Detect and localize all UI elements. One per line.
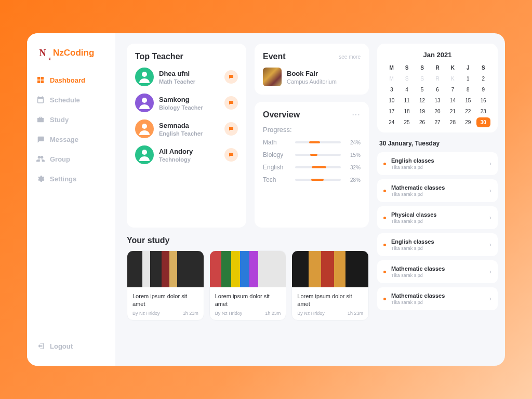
sidebar-item-schedule[interactable]: Schedule bbox=[31, 90, 111, 109]
calendar-day[interactable]: 6 bbox=[430, 85, 444, 95]
study-title: Lorem ipsum dolor sit amet bbox=[215, 292, 281, 308]
study-author: By Nz Hridoy bbox=[215, 311, 243, 316]
agenda-item[interactable]: Mathematic classesTika sarak s.pd› bbox=[377, 260, 498, 283]
chat-button[interactable] bbox=[224, 70, 238, 84]
avatar bbox=[135, 94, 154, 112]
app-window: N NzCoding DashboardScheduleStudyMessage… bbox=[27, 33, 505, 366]
progress-row: English32% bbox=[263, 164, 361, 171]
calendar-day[interactable]: 25 bbox=[400, 117, 414, 127]
calendar-day[interactable]: 11 bbox=[400, 96, 414, 105]
study-title: Lorem ipsum dolor sit amet bbox=[132, 292, 198, 308]
calendar-day[interactable]: 1 bbox=[461, 74, 475, 84]
calendar-day[interactable]: 23 bbox=[476, 107, 490, 116]
calendar-day[interactable]: 17 bbox=[384, 107, 398, 116]
calendar-day[interactable]: 10 bbox=[384, 96, 398, 105]
calendar-day[interactable]: 3 bbox=[384, 85, 398, 95]
chevron-right-icon: › bbox=[489, 268, 491, 275]
brand-name: NzCoding bbox=[53, 48, 94, 58]
calendar-day[interactable]: 21 bbox=[446, 107, 460, 116]
chat-button[interactable] bbox=[224, 122, 238, 136]
calendar-day[interactable]: 12 bbox=[415, 96, 429, 105]
logo: N NzCoding bbox=[27, 46, 115, 71]
study-card[interactable]: Lorem ipsum dolor sit ametBy Nz Hridoy1h… bbox=[127, 250, 204, 321]
chevron-right-icon: › bbox=[489, 241, 491, 248]
event-overview-column: Event see more Book Fair Campus Auditori… bbox=[255, 44, 369, 228]
teacher-row[interactable]: Ali AndoryTechnology bbox=[135, 145, 238, 164]
calendar-day[interactable]: 30 bbox=[476, 117, 490, 127]
sidebar-item-dashboard[interactable]: Dashboard bbox=[31, 71, 111, 89]
calendar-icon bbox=[36, 96, 45, 104]
calendar-day[interactable]: 26 bbox=[415, 117, 429, 127]
calendar-weekday: R bbox=[430, 63, 444, 73]
calendar-day[interactable]: 7 bbox=[446, 85, 460, 95]
sidebar: N NzCoding DashboardScheduleStudyMessage… bbox=[27, 33, 115, 366]
calendar-weekday: J bbox=[461, 63, 475, 73]
agenda-item[interactable]: Mathematic classesTika sarak s.pd› bbox=[377, 287, 498, 310]
logout-icon bbox=[36, 342, 45, 350]
calendar-day[interactable]: 8 bbox=[461, 85, 475, 95]
sidebar-item-group[interactable]: Group bbox=[31, 150, 111, 168]
calendar-day[interactable]: 16 bbox=[476, 96, 490, 105]
chat-button[interactable] bbox=[224, 96, 238, 110]
agenda-item[interactable]: Mathematic classesTika sarak s.pd› bbox=[377, 179, 498, 202]
teacher-name: Samkong bbox=[159, 96, 219, 103]
teacher-row[interactable]: SemnadaEnglish Teacher bbox=[135, 119, 238, 138]
agenda-item[interactable]: Physical classesTika sarak s.pd› bbox=[377, 206, 498, 229]
svg-point-7 bbox=[142, 150, 147, 155]
event-row[interactable]: Book Fair Campus Auditorium bbox=[263, 68, 361, 86]
progress-label: English bbox=[263, 164, 292, 171]
chevron-right-icon: › bbox=[489, 214, 491, 221]
calendar-day[interactable]: 19 bbox=[415, 107, 429, 116]
calendar-day[interactable]: 24 bbox=[384, 117, 398, 127]
logout-button[interactable]: Logout bbox=[27, 337, 115, 355]
agenda-item[interactable]: English classesTika sarak s.pd› bbox=[377, 233, 498, 256]
calendar-day[interactable]: 27 bbox=[430, 117, 444, 127]
calendar-day[interactable]: 22 bbox=[461, 107, 475, 116]
calendar-day[interactable]: 13 bbox=[430, 96, 444, 105]
teacher-list: Dhea ufniMath TeacherSamkongBiology Teac… bbox=[135, 68, 238, 164]
calendar-day[interactable]: 14 bbox=[446, 96, 460, 105]
dot-icon bbox=[383, 163, 386, 165]
svg-point-5 bbox=[142, 124, 147, 129]
logo-mark-icon: N bbox=[35, 46, 50, 60]
sidebar-item-settings[interactable]: Settings bbox=[31, 169, 111, 188]
study-duration: 1h 23m bbox=[348, 311, 363, 316]
dot-icon bbox=[383, 244, 386, 246]
chat-button[interactable] bbox=[224, 148, 238, 162]
study-thumbnail bbox=[127, 251, 204, 287]
agenda-item[interactable]: English classesTika sarak s.pd› bbox=[377, 152, 498, 175]
overview-card: Overview ··· Progress: Math24%Biology15%… bbox=[255, 102, 369, 228]
teacher-role: Technology bbox=[159, 156, 219, 163]
agenda-section: 30 January, Tuesday English classesTika … bbox=[377, 140, 498, 310]
calendar-day[interactable]: 4 bbox=[400, 85, 414, 95]
more-icon[interactable]: ··· bbox=[352, 111, 361, 118]
progress-label: Math bbox=[263, 139, 292, 146]
study-duration: 1h 23m bbox=[183, 311, 198, 316]
calendar-prev-weekday: R bbox=[430, 74, 444, 84]
calendar-day[interactable]: 2 bbox=[476, 74, 490, 84]
event-location: Campus Auditorium bbox=[287, 78, 337, 85]
see-more-link[interactable]: see more bbox=[339, 54, 361, 60]
agenda-name: Mathematic classes bbox=[391, 184, 484, 191]
study-thumbnail bbox=[292, 251, 368, 287]
agenda-name: Mathematic classes bbox=[391, 292, 484, 299]
teacher-row[interactable]: Dhea ufniMath Teacher bbox=[135, 68, 238, 86]
progress-list: Math24%Biology15%English32%Tech28% bbox=[263, 139, 361, 183]
study-row: Lorem ipsum dolor sit ametBy Nz Hridoy1h… bbox=[127, 250, 369, 321]
study-card[interactable]: Lorem ipsum dolor sit ametBy Nz Hridoy1h… bbox=[291, 250, 369, 321]
sidebar-item-study[interactable]: Study bbox=[31, 110, 111, 129]
calendar-day[interactable]: 28 bbox=[446, 117, 460, 127]
teacher-name: Semnada bbox=[159, 122, 219, 129]
sidebar-nav: DashboardScheduleStudyMessageGroupSettin… bbox=[27, 71, 115, 188]
progress-label: Biology bbox=[263, 151, 292, 158]
teacher-row[interactable]: SamkongBiology Teacher bbox=[135, 94, 238, 112]
calendar-day[interactable]: 5 bbox=[415, 85, 429, 95]
calendar-day[interactable]: 9 bbox=[476, 85, 490, 95]
calendar-day[interactable]: 18 bbox=[400, 107, 414, 116]
calendar-day[interactable]: 15 bbox=[461, 96, 475, 105]
study-card[interactable]: Lorem ipsum dolor sit ametBy Nz Hridoy1h… bbox=[209, 250, 287, 321]
calendar-day[interactable]: 29 bbox=[461, 117, 475, 127]
calendar-weekday: K bbox=[446, 63, 460, 73]
sidebar-item-message[interactable]: Message bbox=[31, 130, 111, 149]
calendar-day[interactable]: 20 bbox=[430, 107, 444, 116]
